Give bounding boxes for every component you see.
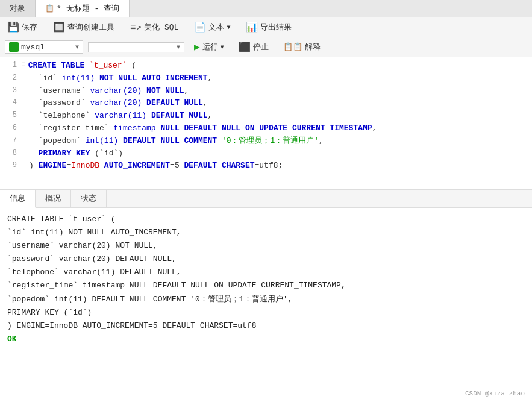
code-line: 6 `register_time` timestamp NULL DEFAULT…	[0, 122, 532, 135]
query-builder-label: 查询创建工具	[67, 22, 114, 33]
run-icon: ▶	[194, 41, 200, 53]
beautify-button[interactable]: ≡↗ 美化 SQL	[128, 20, 181, 34]
result-line: `password` varchar(20) DEFAULT NULL,	[7, 253, 525, 266]
mysql-icon	[9, 42, 19, 52]
result-line: `register_time` timestamp NULL DEFAULT N…	[7, 279, 525, 292]
beautify-label: 美化 SQL	[144, 22, 178, 33]
toolbar: 💾 保存 🔲 查询创建工具 ≡↗ 美化 SQL 📄 文本 ▼ 📊 导出结果	[0, 17, 532, 37]
conn-bar: mysql ▼ ▼ ▶ 运行 ▼ ⬛ 停止 📋📋 解释	[0, 37, 532, 57]
run-button[interactable]: ▶ 运行 ▼	[189, 40, 229, 54]
code-line: 2 `id` int(11) NOT NULL AUTO_INCREMENT,	[0, 72, 532, 85]
line-number: 5	[5, 110, 17, 121]
beautify-icon: ≡↗	[130, 21, 142, 33]
bottom-tab-bar: 信息概况状态	[0, 190, 532, 208]
code-line: 8 PRIMARY KEY (`id`)	[0, 148, 532, 160]
line-number: 3	[5, 85, 17, 96]
save-button[interactable]: 💾 保存	[5, 20, 40, 34]
code-line: 5 `telephone` varchar(11) DEFAULT NULL,	[0, 110, 532, 122]
result-line: CREATE TABLE `t_user` (	[7, 213, 525, 226]
explain-icon: 📋📋	[283, 42, 302, 52]
code-content: CREATE TABLE `t_user` (	[28, 60, 527, 72]
bottom-tab-状态[interactable]: 状态	[71, 190, 107, 207]
result-line: `popedom` int(11) DEFAULT NULL COMMENT '…	[7, 293, 525, 306]
table-icon: 📋	[45, 4, 54, 13]
code-content: `password` varchar(20) DEFAULT NULL,	[29, 97, 527, 110]
code-line: 4 `password` varchar(20) DEFAULT NULL,	[0, 97, 532, 110]
text-arrow-icon: ▼	[227, 24, 230, 31]
export-label: 导出结果	[260, 22, 292, 33]
code-content: `register_time` timestamp NULL DEFAULT N…	[29, 122, 527, 135]
line-number: 9	[5, 160, 17, 171]
tab-query-label: * 无标题 - 查询	[57, 3, 119, 14]
connection-name: mysql	[21, 43, 73, 52]
result-line: PRIMARY KEY (`id`)	[7, 306, 525, 319]
line-number: 6	[5, 122, 17, 134]
code-content: `popedom` int(11) DEFAULT NULL COMMENT '…	[29, 135, 527, 148]
run-arrow-icon: ▼	[221, 44, 224, 51]
tab-bar: 对象 📋 * 无标题 - 查询	[0, 0, 532, 17]
stop-icon: ⬛	[239, 41, 251, 53]
watermark: CSDN @xizaizhao	[465, 390, 525, 397]
code-content: `id` int(11) NOT NULL AUTO_INCREMENT,	[29, 72, 527, 85]
query-builder-button[interactable]: 🔲 查询创建工具	[51, 20, 117, 34]
code-content: ) ENGINE=InnoDB AUTO_INCREMENT=5 DEFAULT…	[29, 160, 527, 172]
line-number: 2	[5, 72, 17, 84]
bottom-panel: 信息概况状态 CREATE TABLE `t_user` ( `id` int(…	[0, 190, 532, 402]
tab-objects-label: 对象	[10, 3, 25, 14]
database-select[interactable]: ▼	[88, 42, 184, 52]
export-icon: 📊	[246, 21, 258, 33]
result-line: `username` varchar(20) NOT NULL,	[7, 239, 525, 253]
connection-select[interactable]: mysql ▼	[5, 40, 83, 54]
line-number: 8	[5, 148, 17, 159]
explain-label: 解释	[305, 42, 321, 52]
code-line: 7 `popedom` int(11) DEFAULT NULL COMMENT…	[0, 135, 532, 148]
code-content: `telephone` varchar(11) DEFAULT NULL,	[29, 110, 527, 122]
run-label: 运行	[202, 42, 218, 52]
stop-label: 停止	[253, 42, 269, 52]
text-button[interactable]: 📄 文本 ▼	[192, 20, 233, 34]
line-number: 1	[5, 60, 17, 71]
result-line: `id` int(11) NOT NULL AUTO_INCREMENT,	[7, 226, 525, 239]
db-arrow-icon: ▼	[177, 44, 180, 51]
query-builder-icon: 🔲	[53, 21, 65, 33]
code-line: 3 `username` varchar(20) NOT NULL,	[0, 85, 532, 98]
result-area: CREATE TABLE `t_user` ( `id` int(11) NOT…	[0, 208, 532, 351]
app-container: 对象 📋 * 无标题 - 查询 💾 保存 🔲 查询创建工具 ≡↗ 美化 SQL …	[0, 0, 532, 402]
save-label: 保存	[22, 22, 37, 33]
bottom-tab-信息[interactable]: 信息	[0, 190, 36, 208]
bottom-tab-概况[interactable]: 概况	[36, 190, 71, 207]
sql-editor[interactable]: 1⊟CREATE TABLE `t_user` (2 `id` int(11) …	[0, 57, 532, 190]
code-line: 1⊟CREATE TABLE `t_user` (	[0, 60, 532, 72]
code-content: PRIMARY KEY (`id`)	[29, 148, 527, 160]
text-label: 文本	[208, 22, 224, 33]
line-number: 4	[5, 97, 17, 108]
fold-icon[interactable]: ⊟	[22, 60, 26, 71]
result-line: ) ENGINE=InnoDB AUTO_INCREMENT=5 DEFAULT…	[7, 319, 525, 333]
stop-button[interactable]: ⬛ 停止	[234, 40, 274, 54]
save-icon: 💾	[7, 21, 19, 33]
result-line: OK	[7, 333, 525, 346]
line-number: 7	[5, 135, 17, 146]
text-icon: 📄	[194, 21, 206, 33]
code-line: 9) ENGINE=InnoDB AUTO_INCREMENT=5 DEFAUL…	[0, 160, 532, 172]
conn-arrow-icon: ▼	[75, 44, 79, 51]
result-line: `telephone` varchar(11) DEFAULT NULL,	[7, 266, 525, 279]
code-content: `username` varchar(20) NOT NULL,	[29, 85, 527, 98]
tab-query[interactable]: 📋 * 无标题 - 查询	[36, 0, 130, 17]
export-button[interactable]: 📊 导出结果	[243, 20, 294, 34]
tab-objects[interactable]: 对象	[0, 0, 36, 17]
explain-button[interactable]: 📋📋 解释	[278, 40, 325, 54]
